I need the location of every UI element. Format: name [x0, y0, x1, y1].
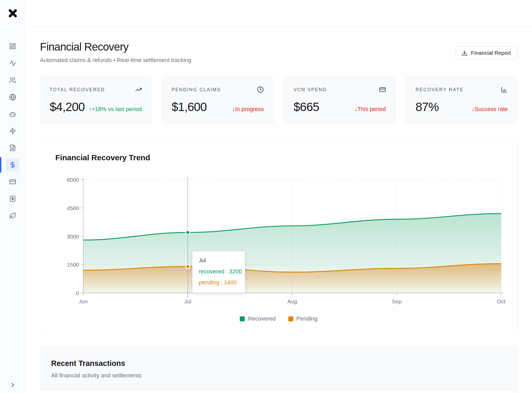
dashboard-icon: [9, 43, 16, 50]
page-title: Financial Recovery: [40, 41, 128, 53]
stat-label: VCN SPEND: [294, 87, 327, 93]
sidebar: [0, 0, 26, 393]
sidebar-item-users[interactable]: [6, 73, 20, 87]
stat-delta: ↓This period: [355, 106, 386, 113]
stat-value: $1,600: [172, 100, 207, 114]
svg-text:Oct: Oct: [497, 298, 506, 304]
sidebar-item-finance[interactable]: [6, 158, 20, 171]
financial-report-button[interactable]: Financial Report: [455, 46, 517, 59]
sidebar-nav: [0, 40, 25, 222]
svg-text:4500: 4500: [67, 205, 79, 211]
topbar: [26, 0, 532, 27]
activity-icon: [9, 60, 16, 67]
users-icon: [9, 77, 16, 84]
sidebar-item-invoices[interactable]: [6, 192, 20, 205]
stats-row: TOTAL RECOVERED $4,200 ↑+18% vs last per…: [40, 77, 517, 124]
legend-item-recovered[interactable]: Recovered: [240, 315, 276, 322]
sidebar-item-dashboard[interactable]: [6, 40, 20, 53]
sidebar-expand-button[interactable]: [0, 382, 25, 388]
dollar-sign-icon: [9, 161, 16, 168]
recovered-swatch-icon: [240, 316, 245, 321]
stat-card-vcn-spend: VCN SPEND $665 ↓This period: [284, 77, 396, 124]
sidebar-item-eco[interactable]: [6, 209, 20, 222]
tooltip-recovered-value: recovered : 3200: [199, 268, 245, 275]
stat-delta: ↑+18% vs last period: [89, 106, 142, 113]
credit-card-icon: [9, 178, 16, 185]
svg-text:1500: 1500: [67, 262, 79, 268]
tooltip-pending-value: pending : 1400: [199, 279, 245, 286]
zap-icon: [9, 127, 16, 134]
bar-chart-icon: [501, 86, 508, 93]
svg-text:Jul: Jul: [184, 298, 191, 304]
chart-legend: Recovered Pending: [40, 315, 517, 322]
receipt-dollar-icon: [9, 195, 16, 202]
stat-delta: ↓In progress: [232, 106, 264, 113]
app-logo[interactable]: [7, 7, 19, 19]
sidebar-item-automation[interactable]: [6, 124, 20, 138]
stat-label: RECOVERY RATE: [416, 87, 464, 93]
tooltip-category: Jul: [199, 257, 245, 263]
svg-text:Jun: Jun: [79, 298, 88, 304]
stat-label: TOTAL RECOVERED: [50, 87, 105, 93]
stat-delta: ↓Success rate: [472, 106, 508, 113]
stat-value: $4,200: [50, 100, 85, 114]
sidebar-item-globe[interactable]: [6, 90, 20, 104]
stat-value: 87%: [416, 100, 439, 114]
legend-label: Recovered: [248, 315, 276, 322]
legend-label: Pending: [296, 315, 318, 322]
credit-card-icon: [379, 86, 386, 93]
svg-text:Aug: Aug: [287, 298, 297, 304]
svg-text:0: 0: [76, 290, 79, 296]
legend-item-pending[interactable]: Pending: [288, 315, 318, 322]
sidebar-item-activity[interactable]: [6, 57, 20, 70]
download-icon: [462, 50, 468, 56]
sidebar-item-bot[interactable]: [6, 107, 20, 121]
page-subtitle: Automated claims & refunds • Real-time s…: [40, 57, 191, 64]
file-text-icon: [9, 144, 16, 151]
globe-icon: [9, 94, 16, 101]
recent-transactions-card: Recent Transactions All financial activi…: [40, 347, 517, 393]
stat-label: PENDING CLAIMS: [172, 87, 221, 93]
transactions-table-header: [40, 390, 517, 393]
chart-tooltip: Jul recovered : 3200 pending : 1400: [192, 251, 245, 293]
svg-text:3000: 3000: [67, 234, 79, 240]
trend-area-chart: 01500300045006000JunJulAugSepOct: [40, 138, 517, 336]
stat-card-recovery-rate: RECOVERY RATE 87% ↓Success rate: [406, 77, 518, 124]
trending-up-icon: [135, 86, 142, 93]
transactions-title: Recent Transactions: [51, 359, 125, 368]
stat-card-total-recovered: TOTAL RECOVERED $4,200 ↑+18% vs last per…: [40, 77, 152, 124]
pending-swatch-icon: [288, 316, 293, 321]
svg-text:6000: 6000: [67, 177, 79, 183]
sidebar-item-cards[interactable]: [6, 175, 20, 188]
svg-text:Sep: Sep: [392, 298, 402, 304]
chevron-right-icon: [9, 382, 16, 388]
bot-icon: [9, 110, 16, 118]
stat-card-pending-claims: PENDING CLAIMS $1,600 ↓In progress: [162, 77, 274, 124]
sidebar-item-documents[interactable]: [6, 141, 20, 155]
stat-value: $665: [294, 100, 319, 114]
leaf-icon: [9, 212, 16, 219]
financial-report-label: Financial Report: [471, 50, 511, 56]
clock-icon: [257, 86, 264, 93]
logo-x-icon: [7, 7, 19, 19]
trend-chart-card: Financial Recovery Trend 015003000450060…: [40, 137, 517, 336]
transactions-subtitle: All financial activity and settlements: [51, 372, 141, 379]
